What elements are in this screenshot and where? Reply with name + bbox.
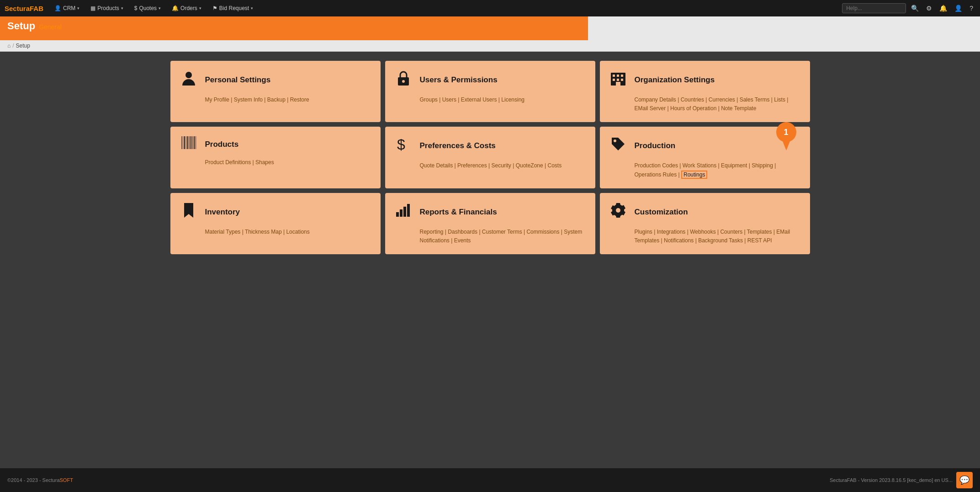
link-reporting[interactable]: Reporting bbox=[420, 229, 444, 235]
building-icon bbox=[609, 70, 627, 90]
card-inventory[interactable]: Inventory Material Types | Thickness Map… bbox=[170, 193, 381, 254]
search-icon[interactable]: 🔍 bbox=[909, 4, 921, 13]
card-customization[interactable]: Customization Plugins | Integrations | W… bbox=[600, 193, 810, 254]
link-production-codes[interactable]: Production Codes bbox=[635, 162, 678, 169]
products-nav-icon: ▦ bbox=[90, 5, 95, 11]
svg-rect-14 bbox=[400, 209, 403, 217]
card-preferences-costs[interactable]: $ Preferences & Costs Quote Details | Pr… bbox=[385, 127, 595, 188]
nav-crm[interactable]: 👤 CRM ▾ bbox=[50, 3, 84, 13]
card-reports-financials[interactable]: Reports & Financials Reporting | Dashboa… bbox=[385, 193, 595, 254]
personal-settings-links: My Profile | System Info | Backup | Rest… bbox=[180, 96, 371, 104]
link-events[interactable]: Events bbox=[454, 237, 471, 244]
production-links: Production Codes | Work Stations | Equip… bbox=[609, 161, 801, 179]
link-shipping[interactable]: Shipping bbox=[752, 162, 773, 169]
nav-quotes[interactable]: $ Quotes ▾ bbox=[130, 3, 165, 13]
link-backup[interactable]: Backup bbox=[267, 96, 286, 103]
personal-settings-title: Personal Settings bbox=[205, 75, 271, 85]
svg-rect-13 bbox=[396, 212, 399, 217]
card-products[interactable]: Products Product Definitions | Shapes bbox=[170, 127, 381, 188]
users-permissions-links: Groups | Users | External Users | Licens… bbox=[394, 96, 586, 104]
reports-financials-title: Reports & Financials bbox=[420, 208, 497, 217]
link-templates[interactable]: Templates bbox=[747, 229, 772, 235]
chat-button[interactable]: 💬 bbox=[956, 472, 973, 488]
notifications-icon[interactable]: 🔔 bbox=[937, 4, 949, 13]
link-thickness-map[interactable]: Thickness Map bbox=[245, 229, 282, 235]
link-company-details[interactable]: Company Details bbox=[635, 96, 676, 103]
link-counters[interactable]: Counters bbox=[720, 229, 742, 235]
link-email-server[interactable]: EMail Server bbox=[635, 105, 666, 112]
link-costs[interactable]: Costs bbox=[548, 162, 562, 169]
footer: ©2014 - 2023 - SecturaSOFT SecturaFAB - … bbox=[0, 468, 980, 489]
help-icon[interactable]: ? bbox=[967, 4, 975, 13]
svg-rect-8 bbox=[617, 79, 619, 81]
inventory-title: Inventory bbox=[205, 208, 240, 217]
card-reports-financials-header: Reports & Financials bbox=[394, 202, 586, 222]
bid-request-chevron: ▾ bbox=[251, 6, 253, 11]
svg-rect-9 bbox=[621, 79, 623, 81]
link-sales-terms[interactable]: Sales Terms bbox=[740, 96, 770, 103]
brand-logo[interactable]: SecturaFAB bbox=[5, 5, 43, 12]
link-preferences[interactable]: Preferences bbox=[457, 162, 487, 169]
nav-crm-label: CRM bbox=[63, 5, 75, 11]
link-routings[interactable]: Routings bbox=[681, 171, 707, 179]
link-integrations[interactable]: Integrations bbox=[657, 229, 686, 235]
link-users[interactable]: Users bbox=[442, 96, 456, 103]
link-restore[interactable]: Restore bbox=[290, 96, 309, 103]
inventory-links: Material Types | Thickness Map | Locatio… bbox=[180, 228, 371, 236]
link-my-profile[interactable]: My Profile bbox=[205, 96, 229, 103]
link-quotezone[interactable]: QuoteZone bbox=[516, 162, 543, 169]
card-products-header: Products bbox=[180, 136, 371, 153]
link-licensing[interactable]: Licensing bbox=[501, 96, 524, 103]
nav-orders-label: Orders bbox=[180, 5, 197, 11]
card-production-header: Production bbox=[609, 136, 801, 156]
crm-chevron: ▾ bbox=[77, 6, 79, 11]
quotes-chevron: ▾ bbox=[159, 6, 161, 11]
user-icon[interactable]: 👤 bbox=[952, 4, 964, 13]
card-users-permissions[interactable]: Users & Permissions Groups | Users | Ext… bbox=[385, 61, 595, 122]
link-shapes[interactable]: Shapes bbox=[255, 159, 274, 166]
link-lists[interactable]: Lists bbox=[774, 96, 785, 103]
nav-right-section: 🔍 ⚙ 🔔 👤 ? bbox=[842, 3, 975, 13]
link-note-template[interactable]: Note Template bbox=[721, 105, 756, 112]
svg-point-12 bbox=[614, 139, 616, 142]
link-material-types[interactable]: Material Types bbox=[205, 229, 241, 235]
bid-request-icon: ⚑ bbox=[212, 5, 217, 11]
link-currencies[interactable]: Currencies bbox=[709, 96, 735, 103]
link-product-definitions[interactable]: Product Definitions bbox=[205, 159, 251, 166]
link-system-info[interactable]: System Info bbox=[234, 96, 263, 103]
nav-bid-request-label: Bid Request bbox=[219, 5, 249, 11]
link-background-tasks[interactable]: Background Tasks bbox=[698, 237, 743, 244]
link-work-stations[interactable]: Work Stations bbox=[683, 162, 716, 169]
link-customer-terms[interactable]: Customer Terms bbox=[482, 229, 522, 235]
link-external-users[interactable]: External Users bbox=[461, 96, 497, 103]
chart-icon bbox=[394, 202, 413, 222]
help-search-input[interactable] bbox=[842, 3, 906, 13]
link-groups[interactable]: Groups bbox=[420, 96, 438, 103]
link-dashboards[interactable]: Dashboards bbox=[448, 229, 477, 235]
link-notifications[interactable]: Notifications bbox=[664, 237, 694, 244]
card-organization-settings[interactable]: Organization Settings Company Details | … bbox=[600, 61, 810, 122]
breadcrumb-home[interactable]: ⌂ bbox=[7, 43, 11, 49]
link-operations-rules[interactable]: Operations Rules bbox=[635, 171, 677, 178]
card-personal-settings[interactable]: Personal Settings My Profile | System In… bbox=[170, 61, 381, 122]
nav-products[interactable]: ▦ Products ▾ bbox=[86, 3, 127, 13]
card-preferences-costs-header: $ Preferences & Costs bbox=[394, 136, 586, 156]
link-webhooks[interactable]: Webhooks bbox=[690, 229, 715, 235]
link-locations[interactable]: Locations bbox=[286, 229, 309, 235]
nav-orders[interactable]: 🔔 Orders ▾ bbox=[167, 3, 206, 13]
link-rest-api[interactable]: REST API bbox=[747, 237, 772, 244]
general-label: General bbox=[39, 23, 62, 31]
link-plugins[interactable]: Plugins bbox=[635, 229, 652, 235]
link-commissions[interactable]: Commissions bbox=[526, 229, 559, 235]
link-quote-details[interactable]: Quote Details bbox=[420, 162, 453, 169]
link-hours-of-operation[interactable]: Hours of Operation bbox=[670, 105, 716, 112]
settings-icon[interactable]: ⚙ bbox=[924, 4, 934, 13]
link-security[interactable]: Security bbox=[492, 162, 511, 169]
svg-point-0 bbox=[185, 72, 192, 78]
card-production[interactable]: Production Production Codes | Work Stati… bbox=[600, 127, 810, 188]
link-equipment[interactable]: Equipment bbox=[721, 162, 747, 169]
nav-bid-request[interactable]: ⚑ Bid Request ▾ bbox=[208, 3, 258, 13]
brand-orange: FAB bbox=[30, 5, 43, 12]
top-navigation: SecturaFAB 👤 CRM ▾ ▦ Products ▾ $ Quotes… bbox=[0, 0, 980, 16]
link-countries[interactable]: Countries bbox=[681, 96, 704, 103]
